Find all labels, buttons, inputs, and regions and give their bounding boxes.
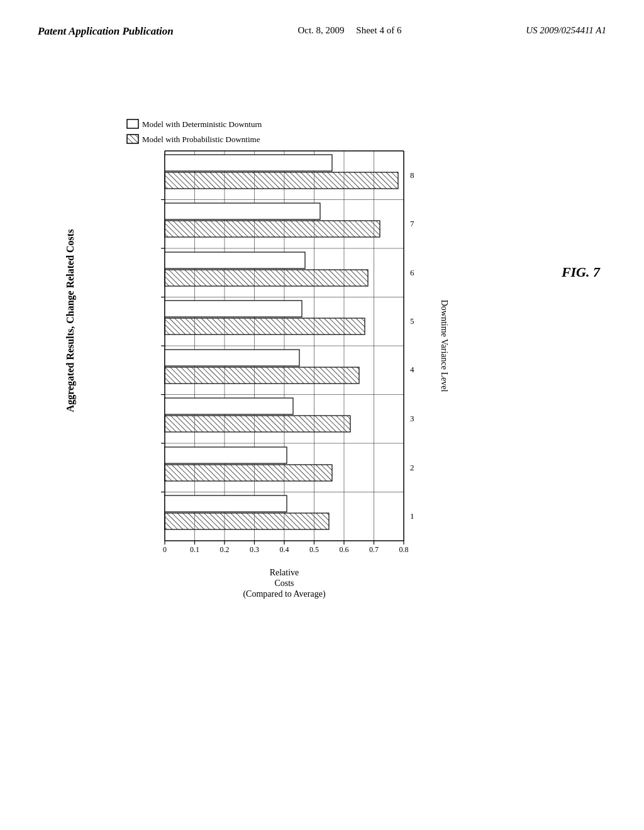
svg-text:0.7: 0.7 xyxy=(369,545,379,554)
bar-4-prob xyxy=(165,367,359,384)
svg-text:0.6: 0.6 xyxy=(340,545,349,554)
header-date-sheet: Oct. 8, 2009 Sheet 4 of 6 xyxy=(297,25,401,36)
legend-prob-box xyxy=(127,135,138,143)
bar-4-det xyxy=(165,350,299,366)
svg-text:8: 8 xyxy=(410,170,414,180)
svg-text:3: 3 xyxy=(410,414,414,423)
svg-text:0.2: 0.2 xyxy=(220,545,230,554)
chart-title: Aggregated Results, Change Related Costs xyxy=(65,230,76,412)
bar-7-prob xyxy=(165,221,380,237)
legend-det-label: Model with Deterministic Downturn xyxy=(142,119,262,129)
svg-text:0.3: 0.3 xyxy=(250,545,259,554)
svg-text:(Compared to Average): (Compared to Average) xyxy=(243,589,325,599)
svg-text:0.5: 0.5 xyxy=(309,545,319,554)
svg-text:6: 6 xyxy=(410,268,414,277)
bar-8-det xyxy=(165,155,332,171)
bar-7-det xyxy=(165,203,320,219)
svg-text:4: 4 xyxy=(410,365,414,374)
bar-3-prob xyxy=(165,416,350,432)
legend-det-box xyxy=(127,119,138,128)
bar-2-prob xyxy=(165,465,332,481)
bar-6-prob xyxy=(165,270,368,286)
publication-title: Patent Application Publication xyxy=(38,25,174,38)
bar-3-det xyxy=(165,398,293,414)
svg-text:0.1: 0.1 xyxy=(190,545,199,554)
page-header: Patent Application Publication Oct. 8, 2… xyxy=(0,0,644,50)
y-axis-label: Downtime Variance Level xyxy=(440,300,449,392)
svg-text:Costs: Costs xyxy=(274,578,294,588)
bar-2-det xyxy=(165,447,287,463)
svg-text:0.8: 0.8 xyxy=(399,545,409,554)
svg-text:0.4: 0.4 xyxy=(280,545,289,554)
svg-text:Relative: Relative xyxy=(270,568,299,577)
main-content: FIG. 7 Aggregated Results, Change Relate… xyxy=(0,50,644,597)
figure-label: FIG. 7 xyxy=(562,264,600,280)
bar-6-det xyxy=(165,252,305,268)
bar-1-prob xyxy=(165,513,329,529)
svg-text:5: 5 xyxy=(410,316,414,326)
page: Patent Application Publication Oct. 8, 2… xyxy=(0,0,644,830)
publication-date: Oct. 8, 2009 xyxy=(297,25,344,35)
legend-prob-label: Model with Probabilistic Downtime xyxy=(142,135,260,144)
svg-text:2: 2 xyxy=(410,463,414,472)
patent-number: US 2009/0254411 A1 xyxy=(526,25,606,36)
bar-5-prob xyxy=(165,318,365,335)
chart-svg: Aggregated Results, Change Related Costs… xyxy=(39,82,605,597)
svg-text:7: 7 xyxy=(410,219,414,228)
bar-1-det xyxy=(165,495,287,512)
svg-text:1: 1 xyxy=(410,511,414,521)
bar-5-det xyxy=(165,301,302,317)
svg-text:0: 0 xyxy=(163,545,167,554)
sheet-number: Sheet 4 of 6 xyxy=(356,25,401,35)
bar-8-prob xyxy=(165,172,398,189)
